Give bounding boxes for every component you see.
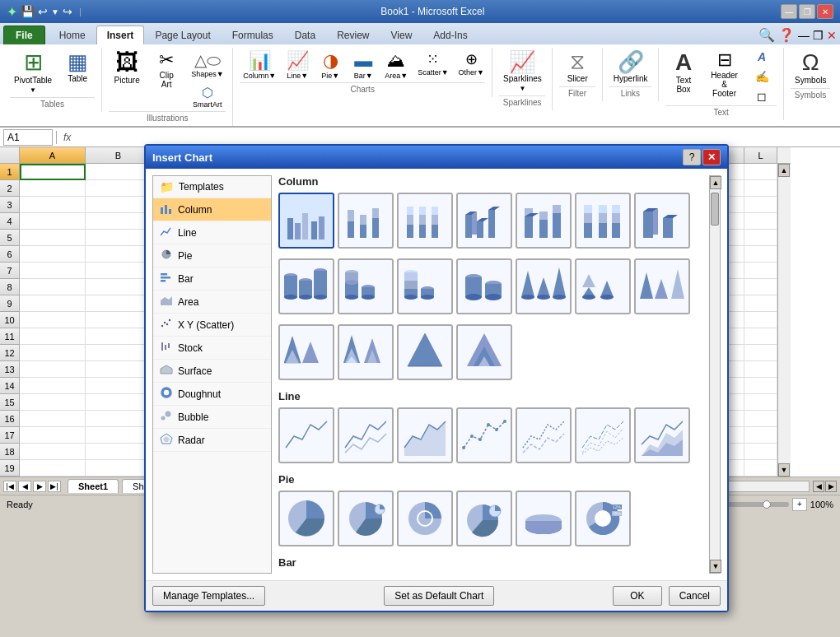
restore-button[interactable]: ❐ (799, 4, 815, 19)
sheet-last-button[interactable]: ▶| (48, 481, 61, 492)
sheet-tab-sheet1[interactable]: Sheet1 (68, 479, 119, 493)
chart-line1[interactable] (278, 407, 334, 463)
tab-data[interactable]: Data (284, 26, 326, 44)
symbols-button[interactable]: Ω Symbols (791, 48, 830, 88)
row-header-3[interactable]: 3 (0, 197, 20, 213)
dialog-scroll-up[interactable]: ▲ (710, 176, 721, 189)
chart-pie4[interactable] (456, 491, 512, 546)
quick-redo[interactable]: ↪ (63, 5, 72, 18)
chart-type-xy-scatter[interactable]: X Y (Scatter) (153, 314, 271, 337)
chart-type-bar[interactable]: Bar (153, 267, 271, 291)
chart-cyl3[interactable] (397, 258, 453, 314)
chart-type-line[interactable]: Line (153, 221, 271, 244)
chart-100pct-col[interactable] (397, 193, 453, 249)
chart-pie2[interactable] (338, 491, 394, 546)
chart-cone1[interactable] (516, 258, 572, 314)
row-header-11[interactable]: 11 (0, 328, 20, 345)
tab-view[interactable]: View (380, 26, 423, 44)
minimize-button[interactable]: — (781, 4, 797, 19)
slicer-button[interactable]: ⧖ Slicer (559, 48, 595, 86)
clip-art-button[interactable]: ✂ ClipArt (148, 48, 184, 92)
chart-pyramid5[interactable] (456, 324, 512, 380)
tab-home[interactable]: Home (49, 26, 96, 44)
chart-pyramid1[interactable] (634, 258, 690, 314)
quick-undo-arrow[interactable]: ▼ (51, 7, 59, 16)
chart-3d-clustered[interactable] (456, 193, 512, 249)
row-header-17[interactable]: 17 (0, 427, 20, 444)
tab-review[interactable]: Review (326, 26, 380, 44)
manage-templates-button[interactable]: Manage Templates... (152, 586, 265, 606)
signature-button[interactable]: ✍ (747, 67, 777, 86)
zoom-in-button[interactable]: + (792, 498, 807, 511)
tab-add-ins[interactable]: Add-Ins (422, 26, 478, 44)
chart-pie5[interactable] (516, 491, 572, 546)
chart-type-radar[interactable]: Radar (153, 429, 271, 452)
cell-a1[interactable] (20, 164, 86, 180)
chart-3d-col[interactable] (634, 193, 690, 249)
row-header-19[interactable]: 19 (0, 460, 20, 477)
chart-3d-cyl[interactable] (456, 258, 512, 314)
chart-type-surface[interactable]: Surface (153, 360, 271, 383)
tab-page-layout[interactable]: Page Layout (144, 26, 221, 44)
scroll-up-button[interactable]: ▲ (778, 164, 790, 177)
pie-chart-button[interactable]: ◑ Pie▼ (315, 48, 345, 82)
col-header-a[interactable]: A (20, 147, 86, 164)
chart-type-doughnut[interactable]: Doughnut (153, 383, 271, 406)
chart-type-stock[interactable]: Stock (153, 337, 271, 360)
help-button[interactable]: ❓ (778, 27, 795, 43)
table-button[interactable]: ▦ Table (59, 48, 96, 86)
row-header-15[interactable]: 15 (0, 394, 20, 411)
row-header-5[interactable]: 5 (0, 230, 20, 246)
smartart-button[interactable]: ⬡ SmartArt (188, 82, 226, 111)
dialog-scroll-down[interactable]: ▼ (710, 560, 721, 573)
chart-line7[interactable] (634, 407, 690, 463)
h-scroll-left[interactable]: ◀ (813, 481, 824, 492)
col-header-l[interactable]: L (744, 147, 777, 164)
quick-save[interactable]: 💾 (21, 5, 35, 18)
sparklines-button[interactable]: 📈 Sparklines▼ (499, 48, 546, 95)
chart-line6[interactable] (575, 407, 631, 463)
column-chart-button[interactable]: 📊 Column▼ (240, 48, 279, 82)
sheet-prev-button[interactable]: ◀ (18, 481, 31, 492)
cell-b1[interactable] (86, 164, 152, 180)
chart-line4[interactable] (456, 407, 512, 463)
ok-button[interactable]: OK (613, 586, 661, 606)
cell-a2[interactable] (20, 180, 86, 197)
ribbon-restore-icon[interactable]: ❐ (813, 29, 824, 42)
line-chart-button[interactable]: 📈 Line▼ (282, 48, 312, 82)
row-header-7[interactable]: 7 (0, 263, 20, 279)
tab-file[interactable]: File (3, 26, 45, 44)
row-header-6[interactable]: 6 (0, 246, 20, 263)
formula-input[interactable] (77, 132, 837, 143)
h-scroll-right[interactable]: ▶ (825, 481, 837, 492)
row-header-18[interactable]: 18 (0, 444, 20, 460)
cancel-button[interactable]: Cancel (669, 586, 721, 606)
header-footer-button[interactable]: ⊟ Header& Footer (705, 48, 744, 101)
chart-cone2[interactable] (575, 258, 631, 314)
scroll-down-button[interactable]: ▼ (778, 463, 790, 477)
row-header-13[interactable]: 13 (0, 361, 20, 378)
row-header-10[interactable]: 10 (0, 312, 20, 328)
chart-pie3[interactable] (397, 491, 453, 546)
chart-type-pie[interactable]: Pie (153, 244, 271, 267)
dialog-scroll-thumb[interactable] (711, 193, 719, 226)
vertical-scrollbar[interactable]: ▲ ▼ (777, 164, 791, 477)
picture-button[interactable]: 🖼 Picture (109, 48, 145, 88)
ribbon-minimize-icon[interactable]: — (798, 29, 810, 42)
tab-insert[interactable]: Insert (96, 26, 145, 44)
sheet-next-button[interactable]: ▶ (33, 481, 46, 492)
chart-3d-stacked[interactable] (516, 193, 572, 249)
wordart-button[interactable]: A (747, 48, 777, 66)
chart-type-templates[interactable]: 📁 Templates (153, 176, 271, 198)
dialog-close-button[interactable]: ✕ (702, 149, 721, 165)
bar-chart-button[interactable]: ▬ Bar▼ (348, 48, 378, 82)
row-header-2[interactable]: 2 (0, 180, 20, 197)
chart-pie1[interactable] (278, 491, 334, 546)
row-header-16[interactable]: 16 (0, 411, 20, 427)
hyperlink-button[interactable]: 🔗 Hyperlink (609, 48, 652, 86)
cell-l1[interactable] (744, 164, 777, 180)
set-default-button[interactable]: Set as Default Chart (384, 586, 494, 606)
chart-clustered-col[interactable] (278, 193, 334, 249)
chart-type-area[interactable]: Area (153, 291, 271, 314)
dialog-scrollbar[interactable]: ▲ ▼ (709, 175, 721, 574)
